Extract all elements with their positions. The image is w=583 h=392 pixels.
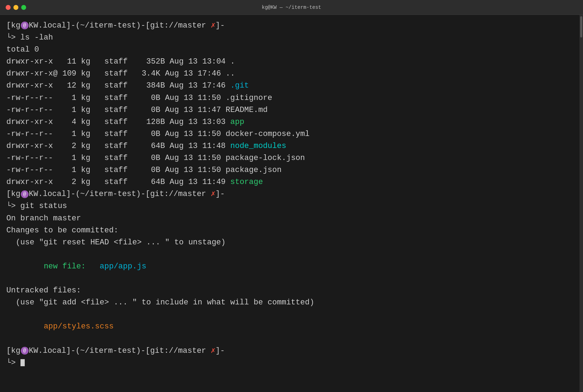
git-newfile-line: new file: app/app.js [6,261,572,273]
ls-row-app: drwxr-xr-x 4 kg staff 128B Aug 13 13:03 … [6,116,572,128]
minimize-button[interactable] [13,5,18,10]
ls-row-readme: -rw-r--r-- 1 kg staff 0B Aug 13 11:47 RE… [6,104,572,116]
cmd-line-1: └> ls -lah [6,32,572,44]
ls-row-packagejson: -rw-r--r-- 1 kg staff 0B Aug 13 11:50 pa… [6,164,572,176]
ls-total: total 0 [6,44,572,56]
cmd-line-2: └> git status [6,200,572,212]
git-spacer3 [6,309,572,321]
scrollbar-thumb[interactable] [580,16,582,37]
terminal-output: [kg@KW.local]-(~/iterm-test)-[git://mast… [0,15,583,374]
ls-row-nodemodules: drwxr-xr-x 2 kg staff 64B Aug 13 11:48 n… [6,140,572,152]
git-hint1: (use "git reset HEAD <file> ... " to uns… [6,237,572,249]
prompt-line-1: [kg@KW.local]-(~/iterm-test)-[git://mast… [6,20,572,32]
ls-row-dot: drwxr-xr-x 11 kg staff 352B Aug 13 13:04… [6,56,572,68]
git-spacer1 [6,249,572,261]
close-button[interactable] [6,5,11,10]
ls-row-dockercompose: -rw-r--r-- 1 kg staff 0B Aug 13 11:50 do… [6,128,572,140]
ls-row-packagelockjson: -rw-r--r-- 1 kg staff 0B Aug 13 11:50 pa… [6,152,572,164]
git-changes-header: Changes to be committed: [6,225,572,237]
git-hint2: (use "git add <file> ... " to include in… [6,297,572,309]
ls-row-git: drwxr-xr-x 12 kg staff 384B Aug 13 17:46… [6,80,572,92]
ls-row-dotdot: drwxr-xr-x@ 109 kg staff 3.4K Aug 13 17:… [6,68,572,80]
git-untracked-path-line: app/styles.scss [6,321,572,333]
prompt-line-3: [kg@KW.local]-(~/iterm-test)-[git://mast… [6,345,572,357]
cmd-line-3[interactable]: └> [6,357,572,369]
ls-row-gitignore: -rw-r--r-- 1 kg staff 0B Aug 13 11:50 .g… [6,92,572,104]
prompt-line-2: [kg@KW.local]-(~/iterm-test)-[git://mast… [6,188,572,200]
maximize-button[interactable] [21,5,26,10]
scrollbar[interactable] [579,15,583,392]
git-spacer4 [6,333,572,345]
titlebar: kg@KW — ~/iterm-test [0,0,583,15]
git-spacer2 [6,273,572,285]
terminal-cursor[interactable] [20,359,25,366]
git-untracked-header: Untracked files: [6,285,572,297]
git-branch-line: On branch master [6,213,572,225]
ls-row-storage: drwxr-xr-x 2 kg staff 64B Aug 13 11:49 s… [6,176,572,188]
window-controls[interactable] [6,5,26,10]
window-title: kg@KW — ~/iterm-test [262,5,321,10]
